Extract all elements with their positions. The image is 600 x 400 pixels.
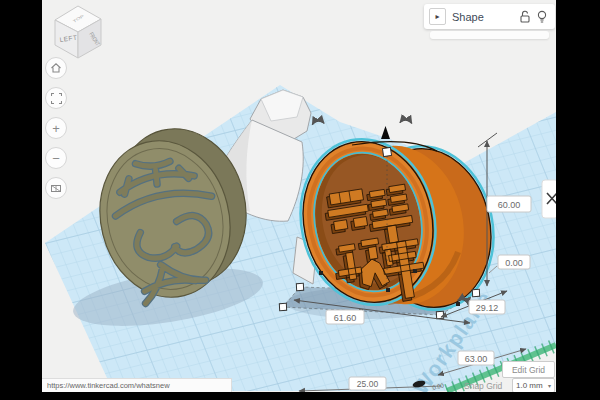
dim-grid-right[interactable]: 63.00 bbox=[458, 351, 494, 365]
home-view-button[interactable] bbox=[45, 57, 67, 79]
plus-icon: + bbox=[52, 121, 60, 136]
dim-grid-bottom[interactable]: 25.00 bbox=[349, 377, 386, 390]
shape-panel[interactable]: ▸ Shape bbox=[424, 4, 555, 29]
lock-open-icon[interactable] bbox=[519, 10, 531, 23]
svg-text:61.60: 61.60 bbox=[334, 313, 357, 323]
handle-mid-5[interactable] bbox=[413, 269, 417, 273]
handle-corner-right[interactable] bbox=[472, 289, 479, 296]
tinkercad-editor: Workplane bbox=[0, 0, 600, 400]
collapsed-panel[interactable] bbox=[430, 31, 549, 39]
view-cube[interactable]: LEFT FRONT TOP bbox=[52, 2, 106, 62]
letterbox-right bbox=[556, 0, 600, 392]
chevron-down-icon: ▾ bbox=[548, 382, 551, 389]
fit-view-button[interactable] bbox=[45, 87, 67, 109]
snap-grid-select[interactable]: 1.0 mm ▾ bbox=[512, 378, 555, 393]
svg-text:60.00: 60.00 bbox=[498, 200, 521, 210]
handle-mid-4[interactable] bbox=[319, 271, 323, 275]
dim-height[interactable]: 60.00 bbox=[487, 196, 531, 212]
link-preview-statusbar: https://www.tinkercad.com/whatsnew bbox=[42, 378, 232, 392]
perspective-icon bbox=[50, 183, 62, 194]
handle-top[interactable] bbox=[382, 147, 391, 156]
handle-mid-1[interactable] bbox=[386, 288, 390, 292]
collapse-arrow-icon: ▸ bbox=[435, 12, 439, 21]
dim-depth[interactable]: 29.12 bbox=[469, 300, 505, 314]
zoom-out-button[interactable]: − bbox=[45, 147, 67, 169]
snap-grid-label: Snap Grid bbox=[464, 381, 502, 391]
dim-elevation[interactable]: 0.00 bbox=[498, 255, 530, 269]
rotate-arrow-right[interactable] bbox=[400, 120, 412, 124]
collapse-panel-button[interactable]: ▸ bbox=[429, 8, 446, 25]
handle-corner-front[interactable] bbox=[436, 311, 443, 318]
edit-grid-button[interactable]: Edit Grid bbox=[502, 361, 555, 378]
svg-text:63.00: 63.00 bbox=[465, 354, 488, 364]
svg-text:25.00: 25.00 bbox=[357, 379, 379, 389]
snap-grid-value: 1.0 mm bbox=[516, 381, 543, 390]
lightbulb-icon[interactable] bbox=[537, 10, 547, 24]
svg-text:29.12: 29.12 bbox=[476, 303, 499, 313]
handle-corner-back-left[interactable] bbox=[296, 283, 303, 290]
fit-view-icon bbox=[51, 93, 62, 104]
perspective-view-button[interactable] bbox=[45, 177, 67, 199]
home-icon bbox=[50, 62, 62, 74]
dim-width[interactable]: 61.60 bbox=[326, 310, 364, 324]
letterbox-left bbox=[0, 0, 42, 392]
shape-panel-title: Shape bbox=[452, 11, 513, 23]
edit-grid-label: Edit Grid bbox=[512, 365, 545, 375]
zoom-in-button[interactable]: + bbox=[45, 117, 67, 139]
handle-mid-2[interactable] bbox=[456, 302, 460, 306]
svg-text:0.00: 0.00 bbox=[505, 258, 523, 268]
link-preview-url: https://www.tinkercad.com/whatsnew bbox=[47, 381, 170, 390]
minus-icon: − bbox=[52, 151, 60, 166]
handle-corner-left[interactable] bbox=[279, 303, 286, 310]
letterbox-bottom bbox=[0, 392, 600, 400]
raise-cone-handle[interactable] bbox=[381, 126, 390, 139]
